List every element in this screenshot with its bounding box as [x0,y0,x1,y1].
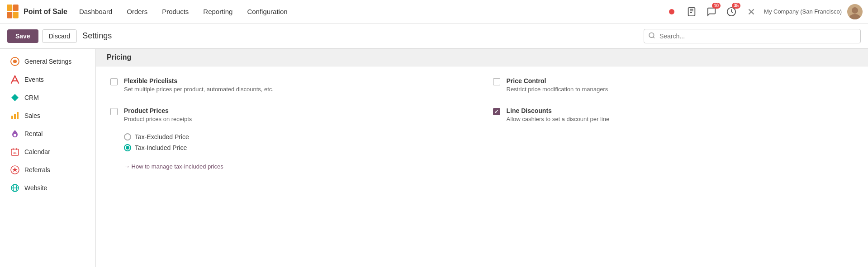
close-icon-btn[interactable] [744,5,759,19]
sidebar-item-sales[interactable]: Sales [3,107,93,125]
svg-point-12 [849,14,860,19]
tax-excluded-label: Tax-Excluded Price [135,133,189,141]
product-prices-desc: Product prices on receipts [124,116,192,122]
online-status-icon [669,9,674,14]
nav-products[interactable]: Products [156,5,195,18]
nav-icon-group: 10 35 My Company (San Francisco) [664,4,863,19]
product-prices-header: Product Prices Product prices on receipt… [110,107,192,122]
line-discounts-text: Line Discounts Allow cashiers to set a d… [507,107,610,122]
sidebar-label-calendar: Calendar [24,148,50,155]
nav-configuration[interactable]: Configuration [241,5,294,18]
general-settings-icon [10,56,20,66]
nav-dashboard[interactable]: Dashboard [73,5,119,18]
nav-orders[interactable]: Orders [120,5,154,18]
user-avatar[interactable] [847,4,863,19]
price-control-checkbox[interactable] [493,78,500,85]
sidebar-label-sales: Sales [24,112,40,119]
svg-text:31: 31 [13,151,17,155]
tax-radio-group: Tax-Excluded Price Tax-Included Price [124,133,189,151]
svg-marker-31 [12,167,18,172]
sidebar-item-crm[interactable]: CRM [3,89,93,107]
sidebar: General Settings Events CRM [0,49,96,267]
events-icon [10,75,20,84]
save-button[interactable]: Save [7,29,38,43]
svg-line-18 [11,76,15,83]
tax-included-label: Tax-Included Price [135,144,187,151]
flexible-pricelists-text: Flexible Pricelists Set multiple prices … [124,77,274,93]
settings-content: Pricing Flexible Pricelists Set multiple… [96,49,868,267]
setting-price-control: Price Control Restrict price modificatio… [493,77,854,93]
settings-grid: Flexible Pricelists Set multiple prices … [96,66,868,181]
svg-rect-3 [13,12,19,18]
sidebar-label-general-settings: General Settings [24,58,71,65]
svg-rect-22 [11,116,13,119]
radio-tax-included[interactable]: Tax-Included Price [124,144,189,151]
referrals-icon [10,165,20,175]
pos-logo-icon [5,5,20,19]
tax-excluded-radio-outer [124,133,131,141]
svg-line-15 [653,37,655,38]
line-discounts-desc: Allow cashiers to set a discount per lin… [507,116,610,122]
crm-icon [10,93,20,103]
svg-rect-23 [14,114,16,119]
page-title: Settings [82,31,112,41]
svg-point-17 [13,60,17,63]
radio-tax-excluded[interactable]: Tax-Excluded Price [124,133,189,141]
sidebar-item-general-settings[interactable]: General Settings [3,52,93,70]
sidebar-item-events[interactable]: Events [3,70,93,89]
sidebar-item-rental[interactable]: Rental [3,125,93,143]
chat-badge: 10 [712,3,721,9]
svg-line-19 [15,76,19,83]
sales-icon [10,111,20,121]
price-control-label: Price Control [507,77,608,84]
tax-info-link[interactable]: → How to manage tax-included prices [124,163,223,170]
svg-point-11 [852,7,858,14]
discard-button[interactable]: Discard [42,29,77,43]
website-icon [10,183,20,193]
setting-line-discounts: Line Discounts Allow cashiers to set a d… [493,107,854,170]
status-dot[interactable] [664,5,679,19]
product-prices-label: Product Prices [124,107,192,114]
flexible-pricelists-checkbox[interactable] [110,78,118,85]
avatar-image [847,4,863,19]
phone-icon [687,7,697,17]
toolbar: Save Discard Settings [0,23,868,49]
product-prices-checkbox[interactable] [110,108,118,115]
chat-icon-btn[interactable]: 10 [704,5,719,19]
activity-icon-btn[interactable]: 35 [724,5,739,19]
company-name[interactable]: My Company (San Francisco) [764,8,842,15]
tax-included-radio-inner [126,146,129,150]
svg-rect-2 [7,12,12,18]
sidebar-item-calendar[interactable]: 31 Calendar [3,143,93,161]
support-icon-btn[interactable] [684,5,699,19]
svg-rect-24 [17,112,19,119]
product-prices-text: Product Prices Product prices on receipt… [124,107,192,122]
app-logo[interactable]: Point of Sale [5,5,67,19]
tax-included-radio-outer [124,144,131,151]
sidebar-label-referrals: Referrals [24,166,50,173]
top-navigation: Point of Sale Dashboard Orders Products … [0,0,868,23]
search-container [644,29,861,43]
svg-rect-1 [13,5,19,11]
svg-rect-0 [7,5,12,11]
flexible-pricelists-label: Flexible Pricelists [124,77,274,84]
nav-reporting[interactable]: Reporting [197,5,239,18]
search-input[interactable] [644,29,861,43]
sidebar-label-events: Events [24,76,44,83]
line-discounts-label: Line Discounts [507,107,610,114]
price-control-desc: Restrict price modification to managers [507,86,608,93]
svg-point-14 [649,33,654,37]
app-name: Point of Sale [24,8,67,16]
tax-info-link-text: → How to manage tax-included prices [124,163,223,170]
main-layout: General Settings Events CRM [0,49,868,267]
section-pricing-header: Pricing [96,49,868,66]
search-icon [648,32,655,40]
svg-marker-21 [11,94,19,101]
close-icon [746,7,756,17]
setting-product-prices: Product Prices Product prices on receipt… [110,107,471,170]
line-discounts-checkbox[interactable] [493,108,500,115]
sidebar-item-website[interactable]: Website [3,179,93,197]
sidebar-item-referrals[interactable]: Referrals [3,161,93,179]
activity-badge: 35 [732,3,740,9]
rental-icon [10,129,20,139]
